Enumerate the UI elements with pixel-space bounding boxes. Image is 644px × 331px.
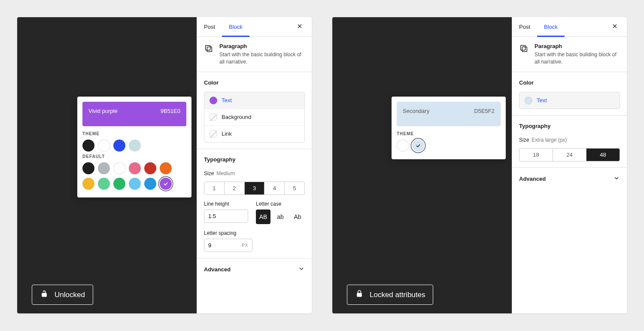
color-row-link[interactable]: Link	[204, 126, 304, 142]
unlock-badge-label: Unlocked	[55, 291, 85, 299]
color-swatch[interactable]	[98, 178, 110, 190]
size-segmented: 182448	[519, 148, 620, 161]
tab-post[interactable]: Post	[512, 17, 537, 37]
color-row-background[interactable]: Background	[204, 109, 304, 126]
color-swatch[interactable]	[412, 140, 424, 152]
color-swatch[interactable]	[129, 162, 141, 174]
color-more-button[interactable]	[611, 78, 620, 88]
typography-more-button[interactable]	[295, 155, 305, 164]
size-option[interactable]: 5	[285, 182, 304, 194]
color-row-text[interactable]: Text	[519, 92, 620, 109]
letter-case-option[interactable]: Ab	[290, 210, 305, 224]
tabs: Post Block	[197, 17, 312, 37]
color-swatch[interactable]	[144, 162, 156, 174]
line-height-input[interactable]: 1.5	[204, 210, 248, 223]
size-segmented: 12345	[204, 182, 305, 195]
color-swatch[interactable]	[82, 178, 94, 190]
size-option[interactable]: 1	[204, 182, 225, 194]
color-swatch[interactable]	[113, 162, 125, 174]
theme-swatch-grid	[397, 140, 501, 152]
tab-post[interactable]: Post	[197, 17, 222, 37]
svg-rect-1	[207, 47, 212, 52]
current-color-name: Vivid purple	[88, 108, 118, 114]
text-swatch	[525, 97, 532, 104]
size-option[interactable]: 4	[264, 182, 285, 194]
color-swatch[interactable]	[160, 178, 172, 190]
right-panel-group: Secondary D5E5F2 THEME Locked attributes…	[332, 17, 627, 313]
close-button[interactable]	[608, 20, 622, 34]
color-swatch[interactable]	[98, 162, 110, 174]
size-option[interactable]: 48	[586, 149, 620, 161]
size-option[interactable]: 18	[519, 149, 553, 161]
left-canvas: Vivid purple 9B51E0 THEME DEFAULT Unlock…	[17, 17, 197, 313]
line-height-value: 1.5	[208, 213, 216, 219]
color-swatch[interactable]	[129, 140, 141, 152]
current-color-chip: Secondary D5E5F2	[397, 102, 501, 126]
color-section: Color Text	[512, 72, 627, 115]
letter-spacing-input[interactable]: 9 PX	[204, 239, 252, 252]
right-sidebar: Post Block Paragraph Start with the basi…	[512, 17, 627, 313]
tab-block[interactable]: Block	[222, 17, 249, 37]
color-options: Text Background Link	[204, 92, 305, 143]
text-swatch	[210, 97, 217, 104]
color-swatch[interactable]	[113, 140, 125, 152]
current-color-chip: Vivid purple 9B51E0	[82, 102, 186, 126]
letter-spacing-value: 9	[208, 242, 211, 249]
tabs: Post Block	[512, 17, 627, 37]
color-swatch[interactable]	[82, 162, 94, 174]
right-canvas: Secondary D5E5F2 THEME Locked attributes	[332, 17, 512, 313]
tab-block[interactable]: Block	[537, 17, 565, 37]
typography-section: Typography Size Medium	[197, 149, 312, 258]
size-option[interactable]: 24	[553, 149, 586, 161]
current-color-hex: 9B51E0	[161, 108, 180, 114]
theme-swatch-grid	[82, 140, 186, 152]
color-swatch[interactable]	[160, 162, 172, 174]
color-swatch[interactable]	[129, 178, 141, 190]
close-button[interactable]	[293, 20, 307, 34]
color-more-button[interactable]	[295, 78, 305, 88]
left-sidebar: Post Block Paragraph Start with the basi…	[197, 17, 312, 313]
line-height-label: Line height	[204, 201, 248, 207]
letter-case-label: Letter case	[256, 201, 305, 207]
unlock-badge: Unlocked	[32, 285, 93, 305]
block-header: Paragraph Start with the basic building …	[512, 37, 627, 72]
default-swatch-grid	[82, 162, 186, 190]
lock-badge-label: Locked attributes	[370, 291, 425, 299]
color-row-link-label: Link	[222, 131, 232, 137]
lock-badge: Locked attributes	[347, 285, 433, 305]
letter-case-option[interactable]: AB	[256, 210, 270, 224]
letter-case-option[interactable]: ab	[273, 210, 288, 224]
color-swatch[interactable]	[82, 140, 94, 152]
advanced-toggle[interactable]: Advanced	[512, 168, 627, 190]
size-option[interactable]: 3	[245, 182, 265, 194]
color-section-title: Color	[204, 79, 219, 86]
advanced-label: Advanced	[204, 266, 231, 273]
svg-rect-11	[522, 47, 527, 52]
color-row-text-label: Text	[537, 97, 547, 103]
size-preset: Extra large (px)	[532, 137, 567, 143]
block-header: Paragraph Start with the basic building …	[197, 37, 312, 72]
color-swatch[interactable]	[113, 178, 125, 190]
color-row-background-label: Background	[222, 114, 251, 120]
color-row-text[interactable]: Text	[204, 92, 304, 109]
block-title: Paragraph	[535, 43, 620, 49]
paragraph-icon	[204, 44, 213, 53]
close-icon	[611, 23, 618, 31]
advanced-label: Advanced	[519, 176, 546, 182]
current-color-name: Secondary	[403, 108, 429, 114]
default-label: DEFAULT	[82, 154, 186, 159]
theme-label: THEME	[82, 131, 186, 136]
typography-section: Typography Size Extra large (px)	[512, 115, 627, 168]
color-swatch[interactable]	[144, 178, 156, 190]
advanced-toggle[interactable]: Advanced	[197, 258, 312, 280]
block-title: Paragraph	[219, 43, 305, 49]
size-label: Size	[204, 170, 214, 176]
size-settings-button[interactable]	[295, 169, 305, 178]
typography-more-button[interactable]	[611, 121, 620, 131]
size-settings-button[interactable]	[611, 135, 620, 145]
color-swatch[interactable]	[397, 140, 409, 152]
color-swatch[interactable]	[98, 140, 110, 152]
block-description: Start with the basic building block of a…	[219, 51, 305, 66]
size-option[interactable]: 2	[225, 182, 245, 194]
background-swatch	[210, 113, 217, 121]
